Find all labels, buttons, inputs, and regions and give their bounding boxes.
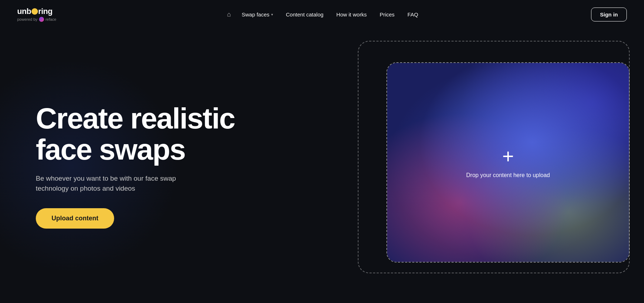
- hero-section: Create realistic face swaps Be whoever y…: [0, 29, 644, 303]
- logo-powered-by: powered by reface: [17, 17, 56, 22]
- navbar: unbring powered by reface ⌂ Swap faces ▾…: [0, 0, 644, 29]
- upload-plus-icon: +: [502, 146, 514, 166]
- upload-drop-text: Drop your content here to upload: [466, 172, 550, 179]
- chevron-down-icon: ▾: [271, 13, 273, 16]
- logo-text: unbring: [17, 7, 56, 16]
- upload-area-container: + Drop your content here to upload: [336, 41, 644, 291]
- nav-swap-faces[interactable]: Swap faces ▾: [236, 9, 278, 20]
- logo-o-icon: [31, 8, 38, 15]
- upload-drop-zone[interactable]: + Drop your content here to upload: [386, 62, 630, 263]
- nav-content-catalog[interactable]: Content catalog: [281, 9, 328, 20]
- hero-subtitle: Be whoever you want to be with our face …: [36, 174, 208, 194]
- nav-faq[interactable]: FAQ: [402, 9, 423, 20]
- nav-prices[interactable]: Prices: [375, 9, 400, 20]
- reface-icon: [39, 17, 44, 22]
- nav-links: ⌂ Swap faces ▾ Content catalog How it wo…: [224, 8, 423, 21]
- signin-button[interactable]: Sign in: [591, 8, 627, 21]
- hero-content: Create realistic face swaps Be whoever y…: [0, 103, 235, 228]
- logo: unbring powered by reface: [17, 7, 56, 22]
- home-icon[interactable]: ⌂: [224, 8, 234, 21]
- upload-content-button[interactable]: Upload content: [36, 208, 114, 229]
- nav-how-it-works[interactable]: How it works: [331, 9, 372, 20]
- hero-title: Create realistic face swaps: [36, 103, 235, 165]
